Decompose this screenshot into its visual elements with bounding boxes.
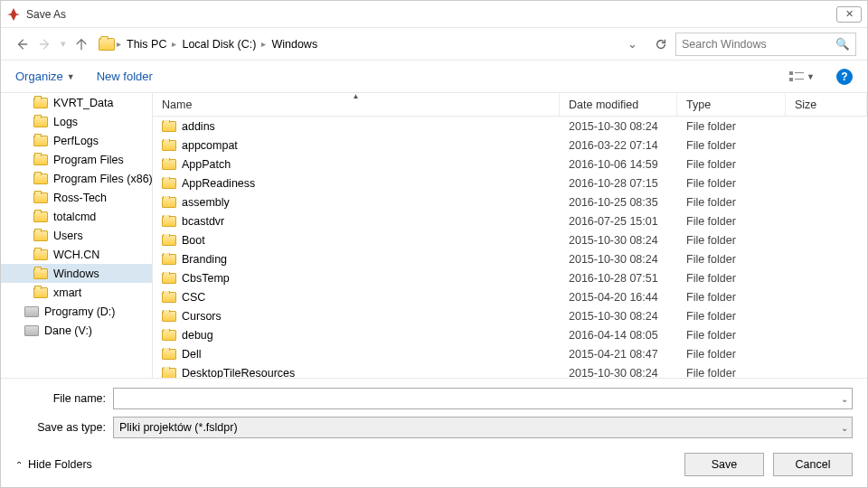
row-type: File folder: [677, 291, 786, 304]
breadcrumb-part[interactable]: Local Disk (C:): [178, 38, 259, 51]
row-name: Boot: [182, 234, 205, 247]
folder-icon: [33, 155, 48, 165]
table-row[interactable]: appcompat2016-03-22 07:14File folder: [153, 136, 867, 155]
tree-pane[interactable]: KVRT_Data Logs PerfLogs Program Files Pr…: [1, 93, 153, 378]
list-pane: ▲Name Date modified Type Size addins2015…: [153, 93, 867, 378]
row-type: File folder: [677, 272, 786, 285]
tree-item-drive[interactable]: Dane (V:): [1, 321, 152, 340]
hide-folders-button[interactable]: ⌃ Hide Folders: [15, 458, 92, 471]
chevron-right-icon[interactable]: ▸: [115, 39, 123, 49]
table-row[interactable]: DesktopTileResources2015-10-30 08:24File…: [153, 363, 867, 378]
folder-icon: [99, 38, 115, 51]
row-date: 2015-10-30 08:24: [560, 310, 677, 323]
table-row[interactable]: addins2015-10-30 08:24File folder: [153, 117, 867, 136]
row-type: File folder: [677, 367, 786, 379]
folder-icon: [162, 121, 176, 132]
row-type: File folder: [677, 234, 786, 247]
tree-item[interactable]: Ross-Tech: [1, 188, 152, 207]
row-date: 2015-04-20 16:44: [560, 291, 677, 304]
row-name: bcastdvr: [182, 215, 224, 228]
close-button[interactable]: ✕: [836, 6, 862, 23]
breadcrumb[interactable]: ▸ This PC ▸ Local Disk (C:) ▸ Windows ⌄: [95, 33, 646, 56]
row-type: File folder: [677, 310, 786, 323]
row-date: 2016-10-06 14:59: [560, 158, 677, 171]
chevron-right-icon[interactable]: ▸: [259, 39, 268, 49]
folder-icon: [162, 159, 176, 170]
search-box[interactable]: 🔍: [675, 33, 856, 56]
titlebar: Save As ✕: [1, 1, 867, 28]
view-mode-button[interactable]: ▼: [789, 70, 815, 83]
refresh-button[interactable]: [650, 33, 672, 55]
folder-icon: [33, 192, 48, 203]
search-input[interactable]: [682, 38, 835, 51]
row-date: 2015-10-30 08:24: [560, 234, 677, 247]
table-row[interactable]: Branding2015-10-30 08:24File folder: [153, 249, 867, 268]
tree-item[interactable]: KVRT_Data: [1, 93, 152, 112]
folder-icon: [162, 254, 176, 265]
tree-item-drive[interactable]: Programy (D:): [1, 302, 152, 321]
table-row[interactable]: Cursors2015-10-30 08:24File folder: [153, 306, 867, 325]
row-date: 2015-10-30 08:24: [560, 120, 677, 133]
folder-icon: [162, 273, 176, 284]
column-type[interactable]: Type: [677, 93, 786, 116]
table-row[interactable]: Boot2015-10-30 08:24File folder: [153, 230, 867, 249]
table-row[interactable]: AppPatch2016-10-06 14:59File folder: [153, 155, 867, 174]
history-dropdown-icon[interactable]: ▾: [61, 38, 66, 50]
table-row[interactable]: debug2016-04-14 08:05File folder: [153, 325, 867, 344]
row-date: 2015-10-30 08:24: [560, 367, 677, 379]
tree-item[interactable]: totalcmd: [1, 207, 152, 226]
row-name: DesktopTileResources: [182, 367, 295, 379]
table-row[interactable]: Dell2015-04-21 08:47File folder: [153, 344, 867, 363]
row-type: File folder: [677, 177, 786, 190]
tree-item[interactable]: Program Files (x86): [1, 169, 152, 188]
chevron-right-icon[interactable]: ▸: [170, 39, 178, 49]
filename-input[interactable]: ⌄: [113, 388, 853, 409]
row-type: File folder: [677, 329, 786, 342]
up-button[interactable]: [71, 34, 91, 54]
folder-icon: [162, 292, 176, 303]
column-date[interactable]: Date modified: [560, 93, 677, 116]
back-button[interactable]: [12, 34, 32, 54]
tree-item[interactable]: Logs: [1, 112, 152, 131]
folder-icon: [33, 249, 48, 260]
savetype-select[interactable]: Pliki projektów (*.fsldpr) ⌄: [113, 417, 853, 438]
tree-item-selected[interactable]: Windows: [1, 264, 152, 283]
help-button[interactable]: ?: [836, 69, 853, 85]
table-row[interactable]: CSC2015-04-20 16:44File folder: [153, 287, 867, 306]
chevron-down-icon[interactable]: ⌄: [841, 423, 848, 433]
folder-icon: [33, 98, 48, 108]
search-icon[interactable]: 🔍: [835, 37, 850, 51]
chevron-down-icon[interactable]: ⌄: [841, 394, 848, 404]
row-type: File folder: [677, 253, 786, 266]
tree-item[interactable]: Program Files: [1, 150, 152, 169]
folder-icon: [33, 268, 48, 279]
forward-button[interactable]: [35, 34, 55, 54]
breadcrumb-part[interactable]: Windows: [268, 38, 321, 51]
row-type: File folder: [677, 158, 786, 171]
row-name: Dell: [182, 348, 202, 361]
tree-item[interactable]: PerfLogs: [1, 131, 152, 150]
tree-item[interactable]: xmart: [1, 283, 152, 302]
navbar: ▾ ▸ This PC ▸ Local Disk (C:) ▸ Windows …: [1, 28, 867, 61]
tree-item[interactable]: Users: [1, 226, 152, 245]
chevron-down-icon[interactable]: ⌄: [627, 37, 637, 51]
table-row[interactable]: AppReadiness2016-10-28 07:15File folder: [153, 174, 867, 192]
table-row[interactable]: assembly2016-10-25 08:35File folder: [153, 192, 867, 211]
sort-asc-icon: ▲: [353, 93, 360, 100]
column-name[interactable]: ▲Name: [153, 93, 560, 116]
organize-button[interactable]: Organize ▼: [15, 70, 75, 83]
table-row[interactable]: bcastdvr2016-07-25 15:01File folder: [153, 211, 867, 230]
folder-icon: [33, 230, 48, 241]
column-size[interactable]: Size: [786, 93, 867, 116]
row-date: 2016-04-14 08:05: [560, 329, 677, 342]
list-body[interactable]: addins2015-10-30 08:24File folderappcomp…: [153, 117, 867, 378]
new-folder-button[interactable]: New folder: [97, 70, 153, 83]
cancel-button[interactable]: Cancel: [773, 453, 853, 476]
save-button[interactable]: Save: [684, 453, 764, 476]
breadcrumb-part[interactable]: This PC: [123, 38, 170, 51]
svg-rect-3: [795, 79, 804, 80]
table-row[interactable]: CbsTemp2016-10-28 07:51File folder: [153, 268, 867, 287]
folder-icon: [33, 136, 48, 146]
folder-icon: [162, 178, 176, 189]
tree-item[interactable]: WCH.CN: [1, 245, 152, 264]
